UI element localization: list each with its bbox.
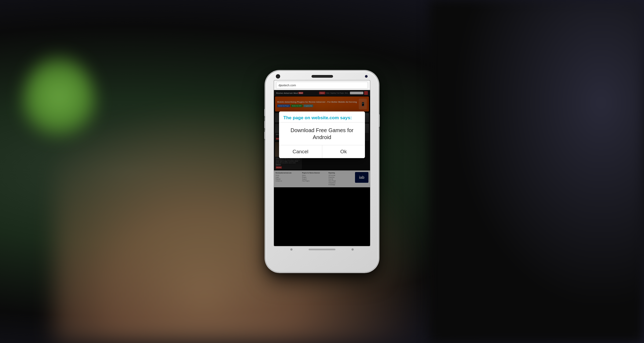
phone-dots <box>290 248 354 251</box>
dialog-title-bar: The page on website.com says: <box>279 111 365 122</box>
address-bar[interactable]: djaxtech.com <box>276 82 368 89</box>
background-right <box>429 0 644 343</box>
dialog-message: Download Free Games for Android <box>283 127 361 141</box>
website-content: Revive Adserver Mod Mod Home Video Targe… <box>274 90 370 187</box>
home-button[interactable] <box>309 249 335 250</box>
phone-body: djaxtech.com Revive Adserver Mod Mod Hom… <box>266 71 378 272</box>
phone-speaker <box>312 75 333 78</box>
phone-dot-right <box>352 248 354 251</box>
phone-device: djaxtech.com Revive Adserver Mod Mod Hom… <box>266 71 378 272</box>
volume-up-button[interactable] <box>264 109 266 117</box>
browser-bar: djaxtech.com <box>274 80 370 90</box>
dialog-content: Download Free Games for Android <box>279 122 365 145</box>
url-text: djaxtech.com <box>279 84 296 87</box>
phone-sensor <box>365 75 368 78</box>
phone-screen: djaxtech.com Revive Adserver Mod Mod Hom… <box>274 80 370 246</box>
dialog-overlay: The page on website.com says: Download F… <box>274 90 370 187</box>
camera-button[interactable] <box>264 131 266 139</box>
phone-top-bar <box>266 71 378 78</box>
dialog-cancel-button[interactable]: Cancel <box>279 145 322 158</box>
phone-dot-left <box>290 248 292 251</box>
dialog-buttons: Cancel Ok <box>279 145 365 158</box>
alert-dialog: The page on website.com says: Download F… <box>279 111 365 158</box>
volume-down-button[interactable] <box>264 121 266 129</box>
dialog-ok-button[interactable]: Ok <box>322 145 365 158</box>
front-camera <box>276 75 280 78</box>
dialog-title: The page on website.com says: <box>283 115 361 121</box>
power-button[interactable] <box>378 114 380 127</box>
phone-bottom <box>290 246 354 253</box>
